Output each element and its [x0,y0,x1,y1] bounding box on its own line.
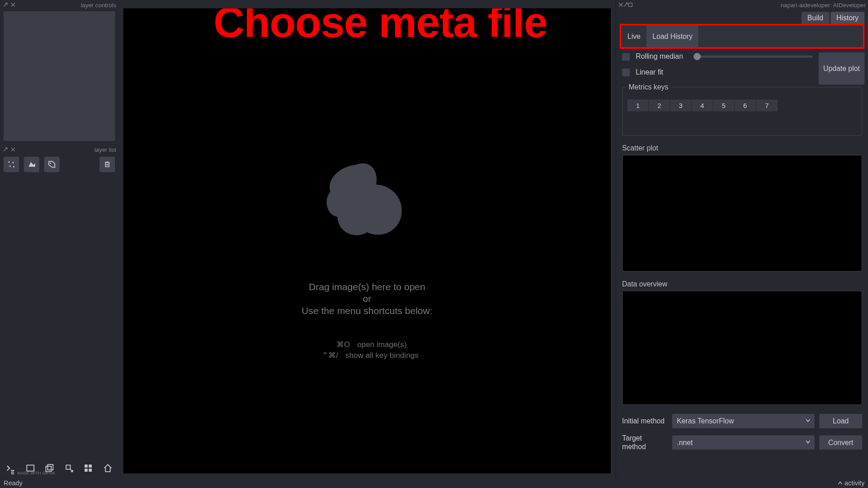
load-button[interactable]: Load [819,414,862,428]
activity-indicator[interactable]: activity [838,479,865,487]
plugin-title: napari-aideveloper: AIDeveloper [781,1,866,8]
labels-layer-button[interactable] [44,157,60,172]
shortcut-label: open image(s) [357,339,407,350]
status-text: Ready [4,479,23,487]
target-method-dropdown[interactable]: .nnet [672,435,815,450]
linear-fit-label: Linear fit [636,68,663,76]
close-icon[interactable] [10,146,16,152]
scatter-plot-label: Scatter plot [622,144,862,152]
home-button[interactable] [100,460,115,476]
drop-hint: Drag image(s) here to open or Use the me… [302,150,433,360]
linear-fit-checkbox[interactable] [622,68,630,76]
scatter-plot-canvas[interactable] [622,155,862,272]
data-overview-group: Data overview [622,280,862,405]
history-subtabs-highlighted: Live Load History [620,24,865,49]
drop-line3: Use the menu shortcuts below: [302,305,433,317]
top-tabs: Build History [616,9,868,24]
svg-rect-10 [89,465,92,468]
canvas-area: Choose meta file Drag image(s) here to o… [118,0,615,478]
close-icon[interactable] [618,2,623,7]
chevron-down-icon [805,418,811,423]
metric-key-7[interactable]: 7 [756,99,778,111]
rolling-median-slider[interactable] [694,56,813,58]
points-layer-button[interactable] [4,157,19,172]
svg-point-2 [9,165,11,167]
layer-list-body [4,177,115,458]
subtab-load-history[interactable]: Load History [646,26,698,47]
expand-icon[interactable] [628,2,633,7]
shapes-layer-button[interactable] [24,157,39,172]
right-panel-header: napari-aideveloper: AIDeveloper [616,0,868,9]
svg-point-1 [12,162,14,163]
convert-button[interactable]: Convert [819,435,862,450]
undock-icon[interactable] [623,2,628,7]
undock-icon[interactable] [2,2,8,8]
metric-key-6[interactable]: 6 [735,99,756,111]
svg-rect-7 [48,465,53,470]
left-sidebar: layer controls layer list MADE WITH GI [0,0,118,478]
layer-list-title: layer list [94,146,116,153]
update-plot-button[interactable]: Update plot [818,52,864,84]
scatter-plot-group: Scatter plot [622,144,862,272]
grid-button[interactable] [81,460,95,476]
napari-logo-icon [313,150,420,257]
metrics-keys-label: Metrics keys [626,83,670,91]
layer-controls-header: layer controls [0,0,118,9]
metric-key-4[interactable]: 4 [692,99,713,111]
target-method-value: .nnet [677,438,693,446]
metric-key-5[interactable]: 5 [713,99,735,111]
transpose-button[interactable] [61,460,76,476]
target-method-label: Target method [622,434,667,451]
layer-list-header: layer list [0,145,118,154]
svg-rect-9 [85,465,88,468]
layer-controls-title: layer controls [81,1,116,8]
layer-tools [0,154,118,177]
chevron-up-icon [838,481,843,486]
canvas[interactable]: Choose meta file Drag image(s) here to o… [123,8,611,473]
data-overview-label: Data overview [622,280,862,288]
svg-point-3 [13,166,14,167]
shortcut-label: show all key bindings [345,350,419,360]
rolling-median-label: Rolling median [636,52,683,61]
svg-rect-11 [85,469,88,472]
shortcut-key: ⌃⌘/ [316,350,338,360]
shortcut-key: ⌘O [327,339,350,350]
undock-icon[interactable] [2,146,8,152]
initial-method-dropdown[interactable]: Keras TensorFlow [672,414,815,428]
drop-line1: Drag image(s) here to open [302,281,433,293]
svg-rect-8 [66,465,70,469]
close-icon[interactable] [10,2,16,8]
overlay-title: Choose meta file [213,8,547,46]
chevron-down-icon [805,439,811,445]
initial-method-value: Keras TensorFlow [677,417,734,425]
svg-point-0 [8,161,9,163]
initial-method-label: Initial method [622,417,667,425]
right-panel: napari-aideveloper: AIDeveloper Build Hi… [615,0,868,478]
tab-build[interactable]: Build [802,12,830,23]
svg-point-4 [50,163,52,164]
drop-line2: or [302,293,433,305]
tab-history[interactable]: History [830,12,865,23]
gifox-badge: MADE WITH GIFOX [9,470,55,476]
metric-key-2[interactable]: 2 [649,99,670,111]
svg-rect-12 [89,469,92,472]
svg-rect-13 [628,3,632,7]
metric-key-3[interactable]: 3 [670,99,692,111]
subtab-live[interactable]: Live [622,26,646,47]
data-overview-canvas[interactable] [622,291,862,405]
status-bar: Ready activity [0,478,868,488]
metric-key-1[interactable]: 1 [627,99,649,111]
layer-controls-body [4,11,115,141]
metrics-keys-group: Metrics keys 1 2 3 4 5 6 7 [622,87,862,136]
rolling-median-checkbox[interactable] [622,53,630,61]
delete-layer-button[interactable] [99,157,115,172]
